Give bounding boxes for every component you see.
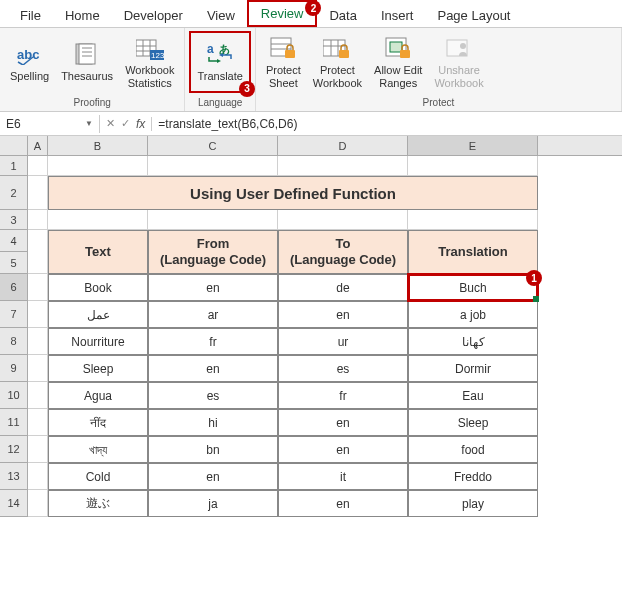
name-box[interactable]: E6 ▼ — [0, 115, 100, 133]
tab-review[interactable]: Review 2 — [247, 0, 318, 27]
cell-text[interactable]: Sleep — [48, 355, 148, 382]
cell[interactable] — [28, 409, 48, 436]
cell-text[interactable]: Cold — [48, 463, 148, 490]
cell[interactable] — [408, 156, 538, 176]
col-header-c[interactable]: C — [148, 136, 278, 155]
cell-translation[interactable]: food — [408, 436, 538, 463]
cell-from[interactable]: en — [148, 463, 278, 490]
cell[interactable] — [48, 156, 148, 176]
row-header-1[interactable]: 1 — [0, 156, 28, 176]
header-text[interactable]: Text — [48, 230, 148, 274]
cell-to[interactable]: en — [278, 409, 408, 436]
col-header-a[interactable]: A — [28, 136, 48, 155]
cell-translation[interactable]: a job — [408, 301, 538, 328]
cell[interactable] — [28, 230, 48, 274]
tab-developer[interactable]: Developer — [112, 4, 195, 27]
name-box-dropdown-icon[interactable]: ▼ — [85, 119, 93, 128]
cell-text[interactable]: नींद — [48, 409, 148, 436]
row-header-3[interactable]: 3 — [0, 210, 28, 230]
cancel-icon[interactable]: ✕ — [106, 117, 115, 130]
row-header-8[interactable]: 8 — [0, 328, 28, 355]
protect-sheet-button[interactable]: Protect Sheet — [260, 31, 307, 93]
cell-from[interactable]: en — [148, 355, 278, 382]
cell[interactable] — [28, 436, 48, 463]
cell[interactable] — [28, 176, 48, 210]
title-cell[interactable]: Using User Defined Function — [48, 176, 538, 210]
row-header-2[interactable]: 2 — [0, 176, 28, 210]
cell[interactable] — [28, 328, 48, 355]
cell-text[interactable]: খাদ্য — [48, 436, 148, 463]
header-translation[interactable]: Translation — [408, 230, 538, 274]
tab-insert[interactable]: Insert — [369, 4, 426, 27]
col-header-d[interactable]: D — [278, 136, 408, 155]
row-header-4[interactable]: 4 — [0, 230, 28, 252]
cell[interactable] — [28, 274, 48, 301]
cell[interactable] — [48, 210, 148, 230]
cell-text[interactable]: Book — [48, 274, 148, 301]
cell-to[interactable]: en — [278, 490, 408, 517]
cell[interactable] — [28, 490, 48, 517]
cell[interactable] — [28, 382, 48, 409]
header-to[interactable]: To (Language Code) — [278, 230, 408, 274]
cell-text[interactable]: Agua — [48, 382, 148, 409]
cell-translation[interactable]: play — [408, 490, 538, 517]
cell-to[interactable]: es — [278, 355, 408, 382]
header-from[interactable]: From (Language Code) — [148, 230, 278, 274]
row-header-6[interactable]: 6 — [0, 274, 28, 301]
cell-to[interactable]: ur — [278, 328, 408, 355]
row-header-12[interactable]: 12 — [0, 436, 28, 463]
cell-from[interactable]: fr — [148, 328, 278, 355]
cell-translation[interactable]: Freddo — [408, 463, 538, 490]
cell[interactable] — [28, 156, 48, 176]
row-header-14[interactable]: 14 — [0, 490, 28, 517]
cell-text[interactable]: عمل — [48, 301, 148, 328]
cell-translation[interactable]: Buch1 — [408, 274, 538, 301]
cell-to[interactable]: de — [278, 274, 408, 301]
cell-translation[interactable]: Eau — [408, 382, 538, 409]
row-header-7[interactable]: 7 — [0, 301, 28, 328]
cell-text[interactable]: 遊ぶ — [48, 490, 148, 517]
cell-from[interactable]: en — [148, 274, 278, 301]
tab-home[interactable]: Home — [53, 4, 112, 27]
cell[interactable] — [148, 210, 278, 230]
tab-page-layout[interactable]: Page Layout — [425, 4, 522, 27]
col-header-b[interactable]: B — [48, 136, 148, 155]
cell-from[interactable]: es — [148, 382, 278, 409]
tab-file[interactable]: File — [8, 4, 53, 27]
cell-to[interactable]: en — [278, 436, 408, 463]
allow-edit-ranges-button[interactable]: Allow Edit Ranges — [368, 31, 428, 93]
thesaurus-button[interactable]: Thesaurus — [55, 31, 119, 93]
cell-to[interactable]: it — [278, 463, 408, 490]
cell[interactable] — [408, 210, 538, 230]
cell-text[interactable]: Nourriture — [48, 328, 148, 355]
cell-to[interactable]: fr — [278, 382, 408, 409]
unshare-workbook-button[interactable]: Unshare Workbook — [428, 31, 489, 93]
cell-from[interactable]: ja — [148, 490, 278, 517]
cell[interactable] — [28, 463, 48, 490]
cell-from[interactable]: hi — [148, 409, 278, 436]
formula-bar[interactable]: =translate_text(B6,C6,D6) — [152, 115, 622, 133]
row-header-13[interactable]: 13 — [0, 463, 28, 490]
fx-icon[interactable]: fx — [136, 117, 145, 131]
row-header-9[interactable]: 9 — [0, 355, 28, 382]
protect-workbook-button[interactable]: Protect Workbook — [307, 31, 368, 93]
row-header-5[interactable]: 5 — [0, 252, 28, 274]
cell[interactable] — [28, 210, 48, 230]
cell-translation[interactable]: Sleep — [408, 409, 538, 436]
cell[interactable] — [278, 156, 408, 176]
cell-from[interactable]: bn — [148, 436, 278, 463]
cell-translation[interactable]: Dormir — [408, 355, 538, 382]
tab-data[interactable]: Data — [317, 4, 368, 27]
spelling-button[interactable]: abc Spelling — [4, 31, 55, 93]
cell[interactable] — [28, 301, 48, 328]
tab-view[interactable]: View — [195, 4, 247, 27]
cell[interactable] — [278, 210, 408, 230]
cell-translation[interactable]: کھانا — [408, 328, 538, 355]
workbook-statistics-button[interactable]: 123 Workbook Statistics — [119, 31, 180, 93]
cell[interactable] — [28, 355, 48, 382]
cell[interactable] — [148, 156, 278, 176]
row-header-11[interactable]: 11 — [0, 409, 28, 436]
enter-icon[interactable]: ✓ — [121, 117, 130, 130]
cell-to[interactable]: en — [278, 301, 408, 328]
select-all-corner[interactable] — [0, 136, 28, 155]
